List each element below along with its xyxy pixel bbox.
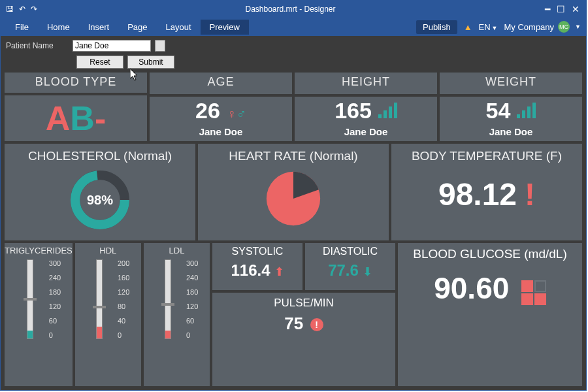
weight-sub: Jane Doe	[440, 123, 582, 141]
cholesterol-card: CHOLESTEROL (Normal) 98%	[5, 144, 195, 240]
app-window: 🖫 ↶ ↷ Dashboard.mrt - Designer ━ ☐ ✕ Fil…	[0, 0, 587, 391]
bars-icon	[517, 103, 536, 118]
close-icon[interactable]: ✕	[572, 4, 580, 14]
blood-type-header: BLOOD TYPE	[5, 73, 147, 93]
arrow-up-icon: ⬆	[274, 265, 284, 278]
tab-file[interactable]: File	[6, 20, 38, 35]
warning-icon: !	[525, 176, 535, 212]
bars-icon	[378, 103, 397, 118]
tab-layout[interactable]: Layout	[157, 20, 201, 35]
temperature-card: BODY TEMPERATURE (F) 98.12 !	[391, 144, 582, 240]
tab-insert[interactable]: Insert	[79, 20, 119, 35]
diastolic-card: DIASTOLIC 77.6⬇	[305, 243, 395, 290]
height-sub: Jane Doe	[295, 123, 437, 141]
hdl-card: HDL 20016012080400	[75, 243, 141, 386]
weight-value: 54	[486, 98, 511, 123]
company-menu[interactable]: My Company MC ▼	[504, 21, 581, 33]
glucose-value: 90.60	[434, 261, 509, 306]
patient-dropdown-icon[interactable]: ▾	[155, 40, 165, 52]
heart-pie-icon	[262, 167, 325, 230]
heart-rate-card: HEART RATE (Normal)	[198, 144, 389, 240]
titlebar: 🖫 ↶ ↷ Dashboard.mrt - Designer ━ ☐ ✕	[1, 1, 586, 18]
window-title: Dashboard.mrt - Designer	[42, 5, 538, 14]
reset-button[interactable]: Reset	[76, 56, 123, 69]
save-icon[interactable]: 🖫	[6, 5, 14, 14]
age-header: AGE	[150, 73, 292, 94]
height-header: HEIGHT	[295, 73, 437, 94]
pulse-card: PULSE/MIN 75 !	[212, 293, 395, 386]
age-sub: Jane Doe	[150, 123, 292, 141]
bell-icon[interactable]: ▲	[464, 22, 472, 32]
height-value: 165	[335, 98, 372, 123]
systolic-value: 116.4	[231, 261, 270, 280]
patient-name-input[interactable]	[73, 40, 151, 52]
tab-preview[interactable]: Preview	[201, 20, 249, 35]
age-value: 26	[195, 98, 220, 123]
blood-type-value: AB-	[5, 95, 147, 141]
arrow-down-icon: ⬇	[363, 265, 372, 278]
param-label: Patient Name	[6, 41, 69, 50]
alert-icon: !	[310, 318, 323, 331]
publish-button[interactable]: Publish	[416, 20, 457, 34]
pulse-value: 75	[284, 314, 303, 333]
glucose-card: BLOOD GLUCOSE (md/dL) 90.60	[398, 243, 582, 386]
weight-header: WEIGHT	[440, 73, 582, 94]
tab-home[interactable]: Home	[38, 20, 79, 35]
tab-page[interactable]: Page	[118, 20, 156, 35]
maximize-icon[interactable]: ☐	[557, 4, 565, 14]
minimize-icon[interactable]: ━	[545, 4, 550, 14]
people-icon: ♀♂	[227, 106, 246, 122]
cholesterol-gauge: 98%	[67, 167, 133, 233]
avatar: MC	[558, 21, 570, 33]
temperature-value: 98.12	[438, 176, 517, 212]
menubar: File Home Insert Page Layout Preview Pub…	[1, 18, 586, 36]
submit-button[interactable]: Submit	[127, 56, 174, 69]
redo-icon[interactable]: ↷	[31, 5, 37, 14]
lang-selector[interactable]: EN▼	[479, 22, 498, 32]
ldl-card: LDL 300240180120600	[144, 243, 210, 386]
grid-icon	[521, 280, 546, 305]
dashboard: BLOOD TYPE AB- AGE 26 ♀♂ Jane Doe	[1, 70, 586, 390]
systolic-card: SYSTOLIC 116.4⬆	[212, 243, 302, 290]
parameter-bar: Patient Name ▾ Reset Submit	[1, 36, 586, 70]
triglycerides-card: TRIGLYCERIDES 300240180120600	[5, 243, 73, 386]
undo-icon[interactable]: ↶	[19, 5, 25, 14]
diastolic-value: 77.6	[328, 261, 359, 280]
